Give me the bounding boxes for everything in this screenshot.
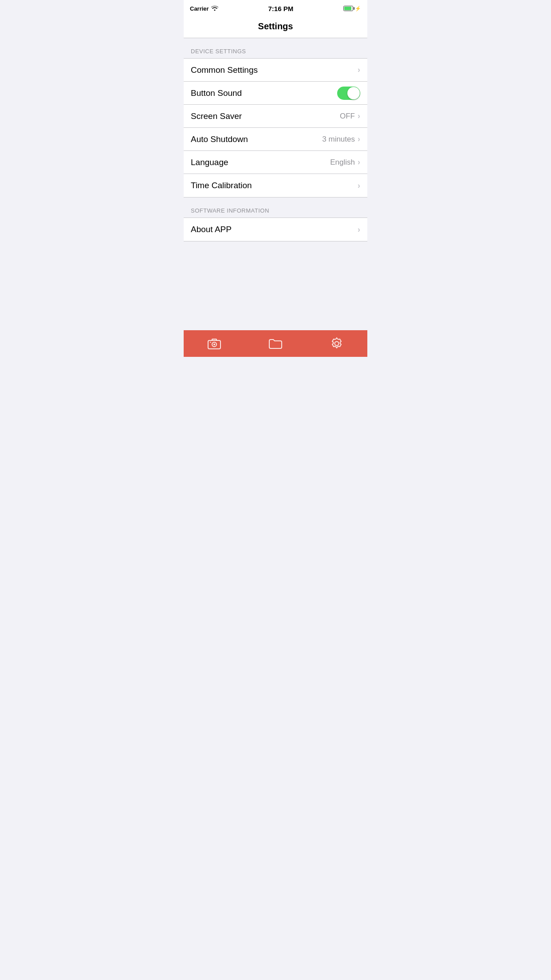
language-chevron: › [358,158,360,167]
tab-folder[interactable] [245,330,306,357]
button-sound-label: Button Sound [191,88,242,98]
about-app-item[interactable]: About APP › [184,218,367,241]
page-title-bar: Settings [184,16,367,38]
software-info-body: About APP › [184,217,367,241]
language-right: English › [330,158,360,167]
battery-indicator [343,6,353,11]
status-bar: Carrier 7:16 PM ⚡ [184,0,367,16]
language-label: Language [191,158,228,167]
auto-shutdown-right: 3 minutes › [322,134,360,144]
screen-saver-label: Screen Saver [191,111,242,121]
screen-saver-item[interactable]: Screen Saver OFF › [184,105,367,128]
auto-shutdown-chevron: › [358,134,360,144]
svg-point-4 [335,342,339,346]
tab-camera[interactable] [184,330,245,357]
button-sound-right [337,87,360,100]
device-settings-body: Common Settings › Button Sound Screen Sa… [184,58,367,198]
device-settings-header: DEVICE SETTINGS [184,38,367,58]
wifi-icon [211,5,218,12]
toggle-knob [347,87,360,99]
language-value: English [330,158,355,167]
device-settings-section: DEVICE SETTINGS Common Settings › Button… [184,38,367,198]
page-title: Settings [191,21,360,32]
status-right: ⚡ [343,6,361,12]
screen-saver-chevron: › [358,111,360,121]
auto-shutdown-item[interactable]: Auto Shutdown 3 minutes › [184,128,367,151]
time-calibration-right: › [358,181,360,190]
svg-point-2 [213,344,215,345]
camera-icon [207,336,221,351]
about-app-right: › [358,225,360,234]
auto-shutdown-label: Auto Shutdown [191,134,248,144]
content-area: DEVICE SETTINGS Common Settings › Button… [184,38,367,330]
software-info-header: SOFTWARE INFORMATION [184,198,367,217]
common-settings-item[interactable]: Common Settings › [184,59,367,82]
folder-icon [268,336,283,351]
time-calibration-label: Time Calibration [191,181,252,190]
common-settings-right: › [358,65,360,75]
language-item[interactable]: Language English › [184,151,367,174]
battery-body [343,6,353,11]
button-sound-item[interactable]: Button Sound [184,82,367,105]
software-info-section: SOFTWARE INFORMATION About APP › [184,198,367,241]
status-left: Carrier [190,5,218,12]
about-app-label: About APP [191,225,232,234]
settings-gear-icon [330,336,344,351]
button-sound-toggle[interactable] [337,87,360,100]
time-calibration-chevron: › [358,181,360,190]
screen-saver-value: OFF [340,112,355,121]
common-settings-chevron: › [358,65,360,75]
charging-icon: ⚡ [355,6,361,12]
auto-shutdown-value: 3 minutes [322,135,355,144]
screen-saver-right: OFF › [340,111,360,121]
tab-bar [184,330,367,357]
status-time: 7:16 PM [268,5,293,12]
empty-area [184,241,367,330]
svg-rect-3 [210,342,211,343]
battery-fill [344,7,351,10]
tab-settings[interactable] [306,330,367,357]
time-calibration-item[interactable]: Time Calibration › [184,174,367,197]
carrier-label: Carrier [190,5,209,12]
common-settings-label: Common Settings [191,65,258,75]
about-app-chevron: › [358,225,360,234]
